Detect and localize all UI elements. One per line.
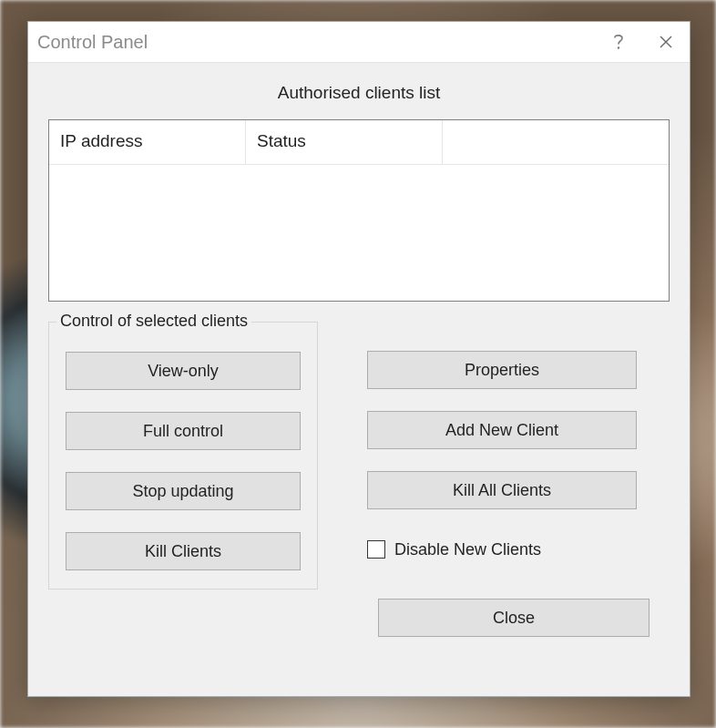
- stop-updating-button[interactable]: Stop updating: [66, 472, 301, 510]
- window-title: Control Panel: [37, 32, 148, 53]
- help-button[interactable]: [595, 22, 642, 62]
- kill-clients-button[interactable]: Kill Clients: [66, 532, 301, 570]
- clients-listview[interactable]: IP address Status: [48, 119, 670, 302]
- client-area: Authorised clients list IP address Statu…: [28, 63, 690, 696]
- control-selected-group: Control of selected clients View-only Fu…: [48, 322, 318, 590]
- column-empty[interactable]: [443, 120, 669, 164]
- close-icon: [659, 35, 673, 49]
- view-only-button[interactable]: View-only: [66, 352, 301, 390]
- right-column: Properties Add New Client Kill All Clien…: [367, 322, 637, 568]
- checkbox-box-icon: [367, 540, 385, 559]
- full-control-button[interactable]: Full control: [66, 412, 301, 450]
- column-ip-address[interactable]: IP address: [49, 120, 246, 164]
- close-button[interactable]: Close: [378, 599, 650, 637]
- column-status[interactable]: Status: [246, 120, 443, 164]
- titlebar: Control Panel: [28, 22, 690, 63]
- footer-row: Close: [48, 599, 670, 637]
- listview-header: IP address Status: [49, 120, 669, 165]
- properties-button[interactable]: Properties: [367, 351, 637, 389]
- control-panel-window: Control Panel Authorised clients list IP…: [27, 21, 690, 697]
- close-window-button[interactable]: [642, 22, 690, 62]
- disable-new-clients-label: Disable New Clients: [394, 540, 541, 559]
- group-legend: Control of selected clients: [56, 312, 251, 331]
- add-new-client-button[interactable]: Add New Client: [367, 411, 637, 449]
- lower-panel: Control of selected clients View-only Fu…: [48, 322, 670, 590]
- disable-new-clients-checkbox[interactable]: Disable New Clients: [367, 531, 637, 568]
- help-icon: [612, 33, 625, 51]
- kill-all-clients-button[interactable]: Kill All Clients: [367, 471, 637, 509]
- clients-list-label: Authorised clients list: [48, 83, 670, 103]
- svg-point-0: [618, 46, 619, 48]
